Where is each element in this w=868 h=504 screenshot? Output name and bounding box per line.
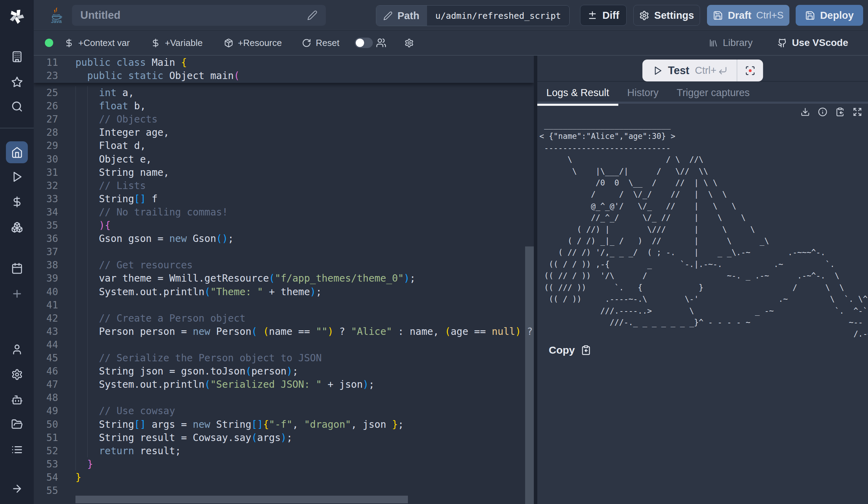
diff-mode-toggle[interactable] [355, 38, 373, 48]
code-line-38[interactable]: 38 // Get resources [34, 258, 534, 272]
sidebar-item-settings[interactable] [6, 364, 28, 385]
vertical-scrollbar-thumb[interactable] [525, 246, 534, 504]
tab-logs-result[interactable]: Logs & Result [537, 82, 618, 104]
library-icon [709, 38, 718, 48]
code-token [75, 70, 87, 81]
reset-button[interactable]: Reset [302, 31, 339, 55]
diff-icon [587, 10, 597, 21]
code-line-34[interactable]: 34 // No trailing commas! [34, 205, 534, 219]
sidebar-item-runs[interactable] [6, 166, 28, 187]
download-result-icon[interactable] [801, 107, 810, 117]
code-line-26[interactable]: 26 float b, [34, 99, 534, 113]
code-line-39[interactable]: 39 var theme = Wmill.getResource("f/app_… [34, 271, 534, 285]
code-text: System.out.println("Theme: " + theme); [75, 285, 322, 299]
expand-result-icon[interactable] [853, 107, 862, 117]
code-line-52[interactable]: 52 return result; [34, 444, 534, 458]
sidebar-item-favorites[interactable] [6, 72, 28, 93]
diff-button[interactable]: Diff [580, 5, 627, 26]
code-line-32[interactable]: 32 // Lists [34, 179, 534, 192]
sidebar-item-home[interactable] [6, 141, 28, 163]
sidebar-item-expand-sidebar[interactable] [6, 478, 28, 499]
code-line-28[interactable]: 28 Integer age, [34, 126, 534, 139]
code-line-30[interactable]: 30 Object e, [34, 152, 534, 166]
code-line-23[interactable]: 23 public static Object main( [34, 69, 534, 82]
sidebar-item-folders[interactable] [6, 414, 28, 435]
code-line-44[interactable]: 44 [34, 338, 534, 352]
use-vscode-button[interactable]: Use VScode [778, 37, 848, 48]
code-line-31[interactable]: 31 String name, [34, 166, 534, 179]
line-number: 23 [34, 69, 58, 82]
code-token: age == [451, 326, 492, 337]
code-token: "" [316, 326, 328, 337]
code-text: Float d, [75, 139, 146, 152]
tab-history[interactable]: History [618, 82, 668, 104]
code-token: Object main [163, 70, 234, 81]
code-line-37[interactable]: 37 [34, 245, 534, 259]
code-line-48[interactable]: 48 [34, 391, 534, 404]
code-token: // Objects [99, 113, 158, 125]
code-editor[interactable]: 25 int a,26 float b,27 // Objects28 Inte… [34, 56, 534, 504]
sidebar-item-resources[interactable] [6, 217, 28, 238]
code-line-49[interactable]: 49 // Use cowsay [34, 404, 534, 418]
sidebar-item-audit-logs[interactable] [6, 439, 28, 460]
editor-horizontal-scrollbar[interactable] [34, 496, 534, 503]
code-line-36[interactable]: 36 Gson gson = new Gson(); [34, 232, 534, 245]
test-button[interactable]: Test Ctrl+ [642, 60, 737, 81]
split-handle[interactable] [534, 56, 537, 504]
code-line-46[interactable]: 46 String json = gson.toJson(person); [34, 364, 534, 378]
sidebar-item-workspace[interactable] [6, 46, 28, 67]
sidebar-item-search[interactable] [6, 96, 28, 117]
capture-test-button[interactable] [737, 60, 763, 81]
code-line-45[interactable]: 45 // Serialize the Person object to JSO… [34, 351, 534, 365]
windmill-logo-icon[interactable] [8, 7, 26, 25]
code-line-50[interactable]: 50 String[] args = new String[]{"-f", "d… [34, 418, 534, 431]
code-line-33[interactable]: 33 String[] f [34, 192, 534, 206]
code-line-25[interactable]: 25 int a, [34, 86, 534, 100]
code-line-47[interactable]: 47 System.out.println("Serialized JSON: … [34, 378, 534, 391]
horizontal-scrollbar-thumb[interactable] [75, 496, 408, 503]
tab-trigger-captures[interactable]: Trigger captures [668, 82, 759, 104]
code-line-29[interactable]: 29 Float d, [34, 139, 534, 152]
copy-result-button[interactable]: Copy [549, 344, 591, 356]
path-label[interactable]: Path [376, 6, 427, 26]
draft-button[interactable]: Draft Ctrl+S [707, 5, 789, 26]
sidebar-item-more[interactable] [6, 283, 28, 304]
sidebar-item-schedules[interactable] [6, 258, 28, 279]
code-line-27[interactable]: 27 // Objects [34, 112, 534, 126]
line-number: 40 [34, 285, 58, 299]
code-line-43[interactable]: 43 Person person = new Person( (name == … [34, 325, 534, 338]
library-button[interactable]: Library [709, 37, 753, 48]
script-summary-input[interactable]: Untitled [72, 5, 326, 26]
code-line-11[interactable]: 11public class Main { [34, 56, 534, 69]
sidebar-item-workers[interactable] [6, 389, 28, 410]
add-variable-button[interactable]: +Variable [151, 31, 203, 55]
line-number: 30 [34, 152, 58, 166]
add-resource-button[interactable]: +Resource [224, 31, 282, 55]
code-line-35[interactable]: 35 ){ [34, 219, 534, 232]
code-token: "f/app_themes/theme_0" [275, 273, 404, 284]
code-line-54[interactable]: 54} [34, 471, 534, 484]
code-text: float b, [75, 99, 146, 113]
code-line-53[interactable]: 53 } [34, 457, 534, 471]
line-number: 48 [34, 391, 58, 404]
sidebar-item-variables[interactable] [6, 191, 28, 212]
info-icon[interactable] [818, 107, 827, 117]
code-token: "Theme: " [210, 286, 263, 298]
edit-title-pencil-icon[interactable] [307, 10, 318, 21]
code-line-41[interactable]: 41 [34, 298, 534, 312]
code-line-42[interactable]: 42 // Create a Person object [34, 312, 534, 325]
sidebar-item-account[interactable] [6, 339, 28, 360]
code-token: result; [134, 445, 181, 457]
deploy-button[interactable]: Deploy [796, 5, 863, 26]
line-number: 52 [34, 444, 58, 458]
code-line-51[interactable]: 51 String result = Cowsay.say(args); [34, 431, 534, 444]
add-context-var-button[interactable]: +Context var [64, 31, 130, 55]
script-path-input[interactable]: u/admin/refreshed_script [427, 6, 569, 26]
editor-settings-button[interactable] [404, 31, 414, 55]
code-line-40[interactable]: 40 System.out.println("Theme: " + theme)… [34, 285, 534, 299]
code-token: [] [134, 419, 146, 430]
settings-button[interactable]: Settings [633, 5, 700, 26]
multiplayer-button[interactable] [376, 31, 386, 55]
copy-result-icon[interactable] [835, 107, 845, 117]
editor-vertical-scrollbar[interactable] [525, 56, 534, 504]
